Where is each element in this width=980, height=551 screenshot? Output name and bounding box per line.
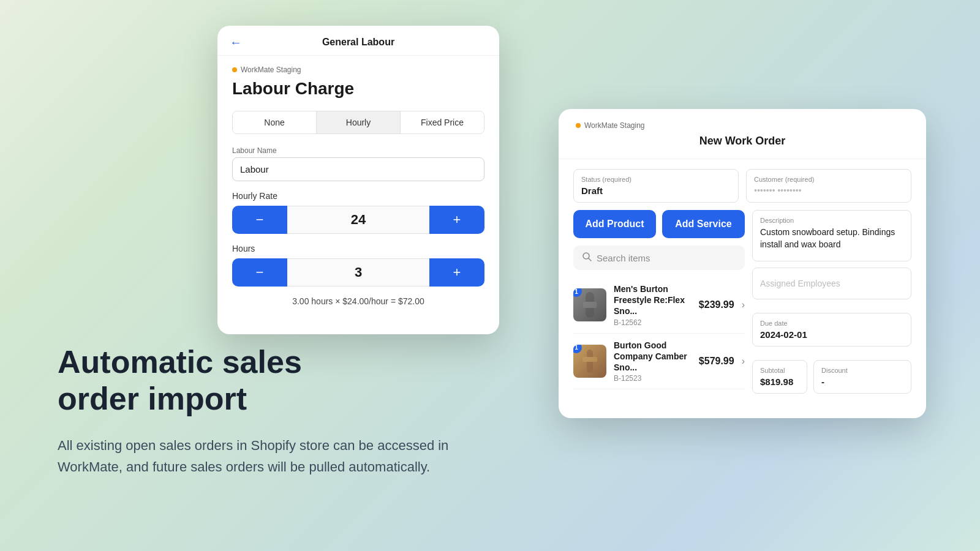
search-placeholder-text: Search items — [597, 253, 650, 263]
toggle-hourly[interactable]: Hourly — [317, 111, 401, 133]
wo-body: Status (required) Draft Customer (requir… — [559, 159, 926, 403]
hourly-rate-label: Hourly Rate — [232, 191, 484, 201]
headline-line2: order import — [58, 381, 247, 416]
hours-value: 3 — [287, 258, 429, 287]
product-sku-2: B-12523 — [614, 374, 692, 383]
customer-field[interactable]: Customer (required) ••••••• •••••••• — [746, 169, 911, 203]
hourly-rate-value: 24 — [287, 206, 429, 234]
details-col: Description Custom snowboard setup. Bind… — [752, 210, 911, 394]
subtotal-field: Subtotal $819.98 — [752, 360, 807, 394]
product-name-1: Men's Burton Freestyle Re:Flex Sno... — [614, 283, 692, 317]
due-date-label: Due date — [760, 320, 903, 327]
left-content: Automatic sales order import All existin… — [58, 344, 450, 478]
product-sku-1: B-12562 — [614, 318, 692, 327]
product-name-2: Burton Good Company Camber Sno... — [614, 340, 692, 373]
due-date-field[interactable]: Due date 2024-02-01 — [752, 313, 911, 347]
work-order-modal: WorkMate Staging New Work Order Status (… — [559, 109, 926, 418]
description-text: Custom snowboard setup. Bindings install… — [760, 227, 903, 250]
description-label: Description — [760, 217, 903, 224]
discount-label: Discount — [821, 367, 903, 374]
description-field[interactable]: Description Custom snowboard setup. Bind… — [752, 210, 911, 261]
labour-heading: Labour Charge — [232, 79, 484, 99]
hours-label: Hours — [232, 244, 484, 253]
product-info-1: Men's Burton Freestyle Re:Flex Sno... B-… — [614, 283, 692, 327]
wo-title: New Work Order — [576, 135, 909, 148]
workmate-label: WorkMate Staging — [241, 66, 301, 74]
discount-value: - — [821, 377, 903, 387]
product-info-2: Burton Good Company Camber Sno... B-1252… — [614, 340, 692, 383]
svg-rect-5 — [582, 357, 597, 362]
product-item-2[interactable]: 1 Burton Good Company Camber Sno... B-12… — [573, 334, 745, 390]
subtotal-value: $819.98 — [760, 377, 799, 387]
calc-summary: 3.00 hours × $24.00/hour = $72.00 — [232, 296, 484, 306]
wo-workmate-label: WorkMate Staging — [584, 121, 645, 130]
modal-header: ← General Labour — [217, 26, 499, 56]
status-field[interactable]: Status (required) Draft — [573, 169, 739, 203]
products-col: Add Product Add Service Search items — [573, 210, 745, 394]
wo-workmate-dot-icon — [576, 123, 581, 128]
status-label: Status (required) — [581, 176, 731, 183]
hours-stepper: − 3 + — [232, 258, 484, 287]
svg-rect-3 — [583, 302, 597, 308]
due-date-value: 2024-02-01 — [760, 329, 903, 340]
product-image-1: 1 — [573, 288, 606, 321]
two-col-layout: Add Product Add Service Search items — [573, 210, 911, 394]
product-price-1: $239.99 — [699, 299, 734, 310]
search-icon — [582, 252, 592, 264]
chevron-icon-2: › — [742, 356, 745, 367]
toggle-group: None Hourly Fixed Price — [232, 111, 484, 134]
workmate-dot-icon — [232, 67, 237, 72]
svg-line-1 — [589, 258, 591, 261]
modal-title: General Labour — [322, 37, 394, 48]
assigned-employees-placeholder: Assigned Employees — [760, 279, 840, 288]
hours-minus[interactable]: − — [232, 258, 287, 287]
labour-name-input[interactable] — [232, 157, 484, 181]
hours-plus[interactable]: + — [429, 258, 484, 287]
chevron-icon-1: › — [742, 299, 745, 310]
workmate-badge: WorkMate Staging — [232, 66, 484, 74]
add-product-button[interactable]: Add Product — [573, 210, 656, 238]
headline: Automatic sales order import — [58, 344, 450, 418]
subtotal-label: Subtotal — [760, 367, 799, 374]
subtext: All existing open sales orders in Shopif… — [58, 435, 450, 478]
product-price-2: $579.99 — [699, 356, 734, 367]
discount-field[interactable]: Discount - — [813, 360, 911, 394]
search-bar[interactable]: Search items — [573, 246, 745, 270]
status-value: Draft — [581, 186, 731, 196]
add-service-button[interactable]: Add Service — [662, 210, 745, 238]
toggle-fixed[interactable]: Fixed Price — [401, 111, 484, 133]
labour-name-label: Labour Name — [232, 146, 484, 155]
product-image-2: 1 — [573, 345, 606, 378]
modal-body: WorkMate Staging Labour Charge None Hour… — [217, 56, 499, 316]
wo-header: WorkMate Staging New Work Order — [559, 109, 926, 159]
toggle-none[interactable]: None — [233, 111, 317, 133]
action-buttons: Add Product Add Service — [573, 210, 745, 238]
customer-placeholder: ••••••• •••••••• — [754, 186, 903, 195]
hourly-rate-plus[interactable]: + — [429, 206, 484, 234]
hourly-rate-stepper: − 24 + — [232, 206, 484, 234]
labour-modal: ← General Labour WorkMate Staging Labour… — [217, 26, 499, 334]
labour-name-group: Labour Name — [232, 146, 484, 181]
hourly-rate-minus[interactable]: − — [232, 206, 287, 234]
wo-workmate-badge: WorkMate Staging — [576, 121, 909, 130]
back-button[interactable]: ← — [230, 36, 242, 50]
product-item-1[interactable]: 1 Men's Burton Freestyle Re:Flex Sno... … — [573, 277, 745, 334]
assigned-employees-field[interactable]: Assigned Employees — [752, 268, 911, 299]
status-customer-row: Status (required) Draft Customer (requir… — [573, 169, 911, 203]
headline-line1: Automatic sales — [58, 344, 302, 380]
bottom-row: Subtotal $819.98 Discount - — [752, 360, 911, 394]
customer-label: Customer (required) — [754, 176, 903, 183]
